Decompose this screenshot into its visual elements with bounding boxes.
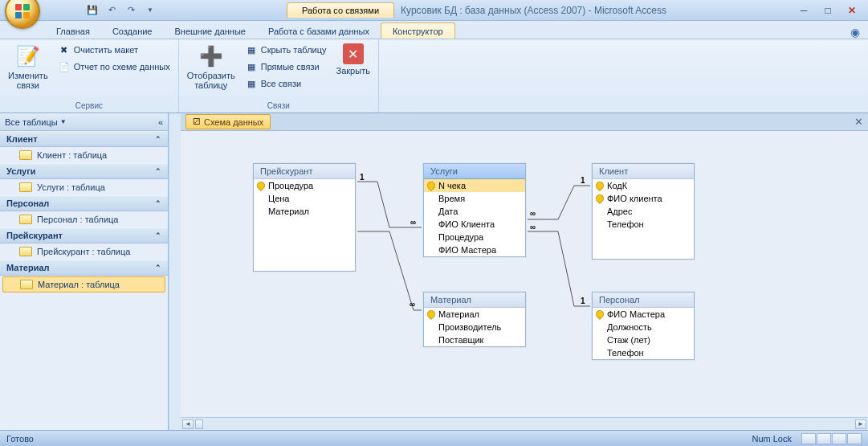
document-tab[interactable]: ⚂ Схема данных	[185, 114, 271, 129]
status-ready: Готово	[6, 434, 34, 444]
svg-rect-1	[23, 4, 30, 10]
svg-rect-3	[23, 12, 30, 18]
undo-icon[interactable]: ↶	[103, 2, 120, 19]
table-icon	[19, 215, 32, 224]
tab-home[interactable]: Главная	[45, 23, 101, 39]
scroll-left-icon[interactable]: ◄	[182, 419, 194, 429]
save-icon[interactable]: 💾	[84, 2, 101, 19]
close-button[interactable]: ✕	[842, 3, 862, 18]
context-tab-label: Работа со связями	[287, 2, 394, 18]
schema-icon: ⚂	[193, 117, 201, 127]
ribbon-tabs: Главная Создание Внешние данные Работа с…	[0, 21, 868, 39]
group-service-label: Сервис	[5, 100, 173, 113]
tab-create[interactable]: Создание	[101, 23, 164, 39]
nav-group-header[interactable]: Персонал⌃	[0, 195, 168, 211]
maximize-button[interactable]: □	[818, 3, 837, 18]
redo-icon[interactable]: ↷	[122, 2, 140, 19]
edit-relationships-button[interactable]: 📝 Изменить связи	[5, 42, 51, 92]
direct-rel-button[interactable]: ▦Прямые связи	[242, 59, 330, 75]
titlebar: 💾 ↶ ↷ ▼ Работа со связями Курсовик БД : …	[0, 0, 868, 21]
close-rel-icon: ✕	[343, 43, 364, 64]
direct-rel-icon: ▦	[245, 60, 258, 73]
group-rel-label: Связи	[184, 100, 373, 113]
view-switcher[interactable]	[801, 433, 862, 444]
table-material[interactable]: Материал Материал Производитель Поставщи…	[423, 292, 526, 347]
minimize-button[interactable]: ─	[794, 3, 813, 18]
all-rel-button[interactable]: ▦Все связи	[242, 76, 330, 92]
hide-icon: ▦	[245, 43, 258, 56]
status-numlock: Num Lock	[752, 434, 792, 444]
navigation-pane: Все таблицы ▼ « Клиент⌃Клиент : таблицаУ…	[0, 113, 169, 430]
table-klient[interactable]: Клиент КодК ФИО клиента Адрес Телефон	[592, 163, 695, 260]
view-btn-2[interactable]	[817, 433, 831, 444]
tab-constructor[interactable]: Конструктор	[381, 23, 455, 39]
quick-access-toolbar: 💾 ↶ ↷ ▼	[84, 2, 159, 19]
qat-dropdown-icon[interactable]: ▼	[141, 2, 159, 19]
nav-item[interactable]: Услуги : таблица	[0, 179, 168, 195]
help-icon[interactable]: ◉	[850, 26, 860, 39]
clear-icon: ✖	[58, 43, 71, 56]
view-btn-4[interactable]	[847, 433, 862, 444]
nav-item[interactable]: Материал : таблица	[2, 276, 165, 293]
clear-layout-button[interactable]: ✖Очистить макет	[55, 42, 173, 58]
table-personal[interactable]: Персонал ФИО Мастера Должность Стаж (лет…	[592, 292, 695, 360]
schema-canvas[interactable]: 1 ∞ ∞ ∞ 1 ∞ 1 Прейскурант Процедура Цена…	[181, 131, 868, 417]
report-icon: 📄	[58, 60, 71, 73]
view-btn-3[interactable]	[832, 433, 846, 444]
collapse-icon: ⌃	[155, 231, 161, 239]
svg-rect-0	[15, 4, 22, 10]
all-rel-icon: ▦	[245, 77, 258, 90]
tab-dbtools[interactable]: Работа с базами данных	[257, 23, 381, 39]
table-uslugi[interactable]: Услуги N чека Время Дата ФИО Клиента Про…	[423, 163, 526, 257]
shutter-bar[interactable]	[169, 113, 181, 430]
statusbar: Готово Num Lock	[0, 430, 868, 446]
scroll-right-icon[interactable]: ►	[855, 419, 866, 429]
collapse-icon: ⌃	[155, 135, 161, 143]
nav-item[interactable]: Клиент : таблица	[0, 147, 168, 163]
table-icon	[19, 247, 32, 256]
ribbon: 📝 Изменить связи ✖Очистить макет 📄Отчет …	[0, 39, 868, 113]
view-btn-1[interactable]	[801, 433, 816, 444]
scroll-thumb[interactable]	[195, 419, 203, 429]
svg-rect-2	[15, 12, 22, 18]
nav-group-header[interactable]: Прейскурант⌃	[0, 227, 168, 243]
tab-external[interactable]: Внешние данные	[164, 23, 257, 39]
table-icon	[20, 280, 33, 289]
nav-collapse-icon[interactable]: «	[158, 117, 163, 127]
show-table-icon: ➕	[198, 43, 224, 69]
nav-group-header[interactable]: Клиент⌃	[0, 131, 168, 147]
collapse-icon: ⌃	[155, 264, 161, 272]
nav-group-header[interactable]: Услуги⌃	[0, 163, 168, 179]
hide-table-button[interactable]: ▦Скрыть таблицу	[242, 42, 330, 58]
doc-close-button[interactable]: ✕	[854, 116, 863, 128]
close-rel-button[interactable]: ✕ Закрыть	[333, 42, 373, 77]
window-title: Курсовик БД : база данных (Access 2007) …	[401, 5, 666, 16]
table-icon	[19, 182, 32, 192]
nav-group-header[interactable]: Материал⌃	[0, 260, 168, 276]
nav-header[interactable]: Все таблицы ▼ «	[0, 113, 168, 131]
collapse-icon: ⌃	[155, 199, 161, 207]
schema-report-button[interactable]: 📄Отчет по схеме данных	[55, 59, 173, 75]
table-icon	[19, 150, 32, 160]
collapse-icon: ⌃	[155, 167, 161, 175]
nav-item[interactable]: Персонал : таблица	[0, 211, 168, 227]
table-preiskurant[interactable]: Прейскурант Процедура Цена Материал	[253, 163, 356, 272]
nav-item[interactable]: Прейскурант : таблица	[0, 243, 168, 260]
show-table-button[interactable]: ➕ Отобразить таблицу	[184, 42, 238, 92]
horizontal-scrollbar[interactable]: ◄ ►	[181, 417, 868, 430]
chevron-down-icon: ▼	[60, 118, 67, 125]
document-tab-bar: ⚂ Схема данных ✕	[181, 113, 868, 131]
edit-rel-icon: 📝	[15, 43, 41, 69]
